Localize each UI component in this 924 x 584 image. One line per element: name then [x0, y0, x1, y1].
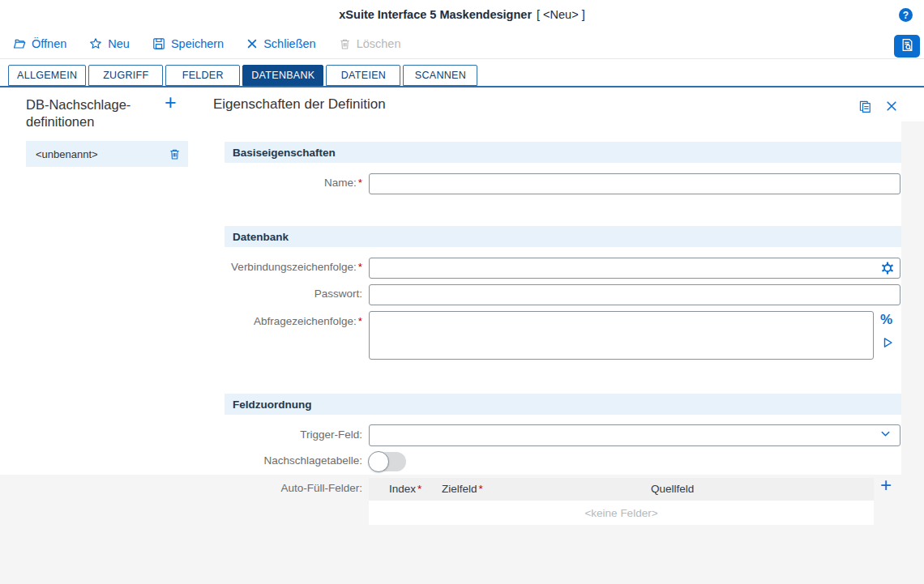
passwort-field[interactable] — [369, 284, 900, 305]
toolbar: Öffnen Neu Speichern Schließen Löschen — [0, 29, 924, 59]
delete-label: Löschen — [357, 37, 401, 50]
plus-icon: + — [165, 91, 177, 113]
required-marker: * — [358, 315, 362, 327]
save-icon — [152, 37, 165, 50]
tab-felder[interactable]: FELDER — [165, 65, 240, 86]
definition-list-item[interactable]: <unbenannt> — [26, 141, 188, 167]
background-right-margin — [901, 121, 924, 475]
new-button[interactable]: Neu — [89, 37, 130, 50]
auto-fill-fields-table: Index* Zielfeld* Quellfeld <keine Felder… — [369, 478, 874, 525]
required-marker: * — [358, 261, 362, 273]
section-basiseigenschaften: Basiseigenschaften — [225, 142, 901, 163]
required-marker: * — [479, 483, 483, 495]
table-header-row: Index* Zielfeld* Quellfeld — [369, 478, 874, 501]
column-header-quellfeld: Quellfeld — [651, 483, 694, 495]
percent-icon: % — [880, 312, 892, 327]
folder-open-icon — [13, 37, 26, 50]
chevron-down-icon — [879, 428, 892, 443]
required-marker: * — [358, 177, 362, 189]
content-area: DB-Nachschlage- definitionen + <unbenann… — [0, 87, 924, 584]
run-query-button[interactable] — [881, 336, 894, 352]
save-button[interactable]: Speichern — [152, 37, 224, 50]
close-panel-button[interactable] — [886, 100, 897, 115]
open-button[interactable]: Öffnen — [13, 37, 66, 50]
verbindungszeichenfolge-label: Verbindungszeichenfolge:* — [203, 261, 362, 273]
table-empty-row: <keine Felder> — [369, 501, 874, 525]
gear-icon — [881, 263, 894, 277]
app-title: xSuite Interface 5 Maskendesigner — [339, 8, 532, 21]
abfragezeichenfolge-label: Abfragezeichenfolge:* — [203, 315, 362, 327]
document-name: [ <Neu> ] — [537, 8, 585, 21]
help-button[interactable]: ? — [899, 8, 913, 22]
app-window: xSuite Interface 5 Maskendesigner [ <Neu… — [0, 0, 924, 584]
definition-list-title: DB-Nachschlage- definitionen — [26, 96, 130, 130]
required-marker: * — [417, 483, 421, 495]
tab-strip: ALLGEMEIN ZUGRIFF FELDER DATENBANK DATEI… — [0, 59, 924, 87]
tab-scannen[interactable]: SCANNEN — [403, 65, 477, 86]
delete-definition-button[interactable] — [169, 148, 181, 160]
close-icon — [246, 38, 258, 49]
play-icon — [881, 338, 894, 352]
copy-icon — [858, 102, 872, 116]
panel-title: Eigenschaften der Definition — [213, 96, 386, 113]
abfragezeichenfolge-field[interactable] — [369, 311, 874, 360]
delete-button[interactable]: Löschen — [339, 37, 401, 50]
trigger-feld-label: Trigger-Feld: — [203, 428, 362, 441]
column-header-zielfeld: Zielfeld* — [442, 483, 483, 495]
duplicate-definition-button[interactable] — [858, 100, 872, 117]
trash-icon — [339, 38, 351, 50]
connection-settings-button[interactable] — [881, 262, 894, 278]
preview-button[interactable] — [894, 35, 920, 58]
title-bar: xSuite Interface 5 Maskendesigner [ <Neu… — [0, 0, 924, 29]
passwort-label: Passwort: — [203, 288, 362, 300]
tab-datenbank[interactable]: DATENBANK — [242, 65, 323, 86]
tab-allgemein[interactable]: ALLGEMEIN — [8, 65, 86, 86]
section-datenbank: Datenbank — [225, 226, 901, 247]
document-search-icon — [900, 38, 914, 55]
save-label: Speichern — [171, 37, 224, 50]
close-button[interactable]: Schließen — [246, 37, 315, 50]
section-feldzuordnung: Feldzuordnung — [225, 394, 901, 415]
new-label: Neu — [108, 37, 130, 50]
star-icon — [89, 37, 102, 50]
name-field[interactable] — [369, 173, 900, 194]
verbindungszeichenfolge-field[interactable] — [369, 258, 900, 279]
question-mark-icon: ? — [903, 10, 909, 21]
nachschlagetabelle-toggle[interactable] — [369, 452, 406, 471]
tab-dateien[interactable]: DATEIEN — [326, 65, 400, 86]
open-label: Öffnen — [32, 37, 66, 50]
add-definition-button[interactable]: + — [165, 92, 177, 112]
column-header-index: Index* — [389, 483, 421, 495]
name-label: Name:* — [203, 177, 362, 189]
trigger-feld-select[interactable] — [369, 424, 900, 446]
close-panel-icon — [886, 100, 897, 114]
close-label: Schließen — [263, 37, 315, 50]
auto-fuell-felder-label: Auto-Füll-Felder: — [203, 482, 362, 494]
insert-placeholder-button[interactable]: % — [880, 312, 892, 328]
definition-item-label: <unbenannt> — [36, 148, 98, 160]
add-field-button[interactable]: + — [880, 474, 892, 497]
toggle-knob — [368, 451, 389, 472]
plus-icon: + — [880, 474, 892, 496]
tab-zugriff[interactable]: ZUGRIFF — [88, 65, 163, 86]
nachschlagetabelle-label: Nachschlagetabelle: — [203, 454, 362, 467]
